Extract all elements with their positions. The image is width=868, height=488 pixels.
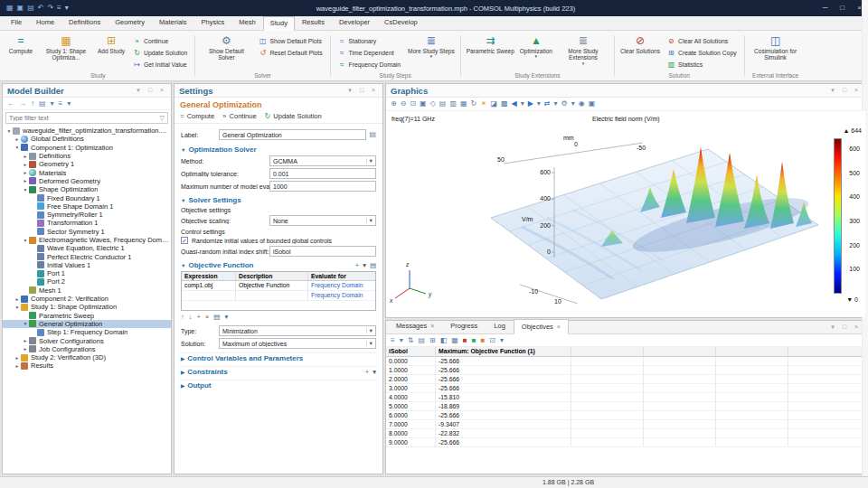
swap-solution-menu-icon[interactable]: ▾ bbox=[554, 98, 558, 110]
settings-continue-button[interactable]: » Continue bbox=[222, 112, 256, 120]
minimize-button[interactable]: ─ bbox=[816, 0, 834, 16]
table-menu-icon[interactable]: ▾ bbox=[224, 313, 228, 321]
fullscreen-table-icon[interactable]: ⊡ bbox=[489, 334, 495, 347]
settings-update-solution-button[interactable]: ↻ Update Solution bbox=[265, 112, 322, 120]
tolerance-field[interactable]: 0.001 bbox=[269, 168, 376, 179]
section-control-variables[interactable]: ▶ Control Variables and Parameters bbox=[181, 352, 376, 362]
tree-expand-icon[interactable]: ▸ bbox=[22, 346, 29, 352]
next-solution-icon[interactable]: ▶ bbox=[528, 98, 533, 110]
table-row[interactable]: comp1.obj Objective Function Frequency D… bbox=[182, 281, 375, 291]
add-objective-icon[interactable]: + bbox=[355, 261, 359, 269]
plot-settings-menu-icon[interactable]: ▾ bbox=[571, 98, 575, 110]
menu-tab[interactable]: File bbox=[4, 15, 29, 30]
tree-item[interactable]: ▸ Component 2: Verification bbox=[3, 295, 171, 303]
close-panel-icon[interactable]: × bbox=[852, 324, 861, 331]
column-header[interactable]: Description bbox=[236, 272, 308, 281]
time-dependent-button[interactable]: ≈ Time Dependent bbox=[334, 47, 405, 59]
tree-item[interactable]: Initial Values 1 bbox=[3, 261, 171, 269]
study1-button[interactable]: ▦ Study 1: Shape Optimiza... bbox=[38, 33, 94, 72]
tree-expand-icon[interactable]: ▾ bbox=[5, 128, 13, 134]
redo-icon[interactable]: ↷ bbox=[47, 0, 53, 16]
index-shift-field[interactable]: iSobol bbox=[269, 246, 376, 257]
tree-item[interactable]: Wave Equation, Electric 1 bbox=[3, 244, 171, 252]
plot-area[interactable]: freq(7)=11 GHz Electric field norm (V/m)… bbox=[386, 111, 865, 317]
filter-funnel-icon[interactable]: ▽ bbox=[157, 115, 167, 122]
quick-menu-icon[interactable]: ≡ bbox=[57, 0, 61, 16]
objective-menu-icon[interactable]: ▾ bbox=[363, 261, 366, 269]
tree-expand-icon[interactable]: ▾ bbox=[22, 321, 29, 326]
tree-expand-icon[interactable]: ▸ bbox=[22, 154, 29, 159]
table-row[interactable]: 3.0000 -25.666 bbox=[386, 384, 865, 393]
float-panel-icon[interactable]: □ bbox=[146, 87, 155, 94]
close-panel-icon[interactable]: × bbox=[852, 87, 861, 94]
view-xy-icon[interactable]: ▤ bbox=[439, 98, 447, 110]
customize-toolbar-icon[interactable]: ▾ bbox=[65, 0, 69, 16]
label-field[interactable]: General Optimization bbox=[219, 129, 366, 140]
table-more-icon[interactable]: ▾ bbox=[500, 334, 504, 347]
row-down-icon[interactable]: ↓ bbox=[189, 313, 193, 321]
zoom-in-icon[interactable]: ⊕ bbox=[391, 98, 397, 110]
menu-tab[interactable]: Definitions bbox=[61, 15, 108, 30]
tree-item[interactable]: Symmetry/Roller 1 bbox=[3, 211, 171, 219]
tree-expand-icon[interactable]: ▾ bbox=[14, 305, 21, 310]
tree-item[interactable]: ▸ Study 2: Verification (3D) bbox=[3, 353, 171, 361]
menu-tab[interactable]: Study bbox=[263, 16, 295, 31]
image-snapshot-icon[interactable]: ◉ bbox=[579, 98, 585, 110]
panel-menu-icon[interactable]: ▾ bbox=[134, 87, 143, 94]
tree-item[interactable]: ▸ Definitions bbox=[3, 152, 171, 160]
collapse-menu-icon[interactable]: ▾ bbox=[51, 98, 54, 110]
cosimulation-button[interactable]: ◫ Cosimulation for Simulink bbox=[748, 33, 804, 72]
column-header[interactable]: Evaluate for bbox=[308, 272, 375, 281]
show-default-solver-button[interactable]: ⚙ Show Default Solver bbox=[198, 33, 254, 72]
plot-settings-icon[interactable]: ⚙ bbox=[561, 98, 568, 110]
table-row[interactable]: 2.0000 -25.666 bbox=[386, 375, 865, 384]
open-icon[interactable]: ▤ bbox=[27, 0, 34, 16]
tree-expand-icon[interactable]: ▸ bbox=[22, 170, 29, 175]
section-output[interactable]: ▶ Output bbox=[181, 380, 376, 389]
previous-solution-menu-icon[interactable]: ▾ bbox=[521, 98, 524, 110]
section-constraints[interactable]: ▶ Constraints + ▾ bbox=[181, 366, 376, 376]
show-default-plots-button[interactable]: ◫ Show Default Plots bbox=[254, 35, 326, 47]
close-tab-icon[interactable]: × bbox=[430, 323, 434, 329]
split-columns-icon[interactable]: ◧ bbox=[440, 334, 448, 347]
print-plot-icon[interactable]: ▣ bbox=[589, 98, 596, 110]
tree-item[interactable]: Perfect Electric Conductor 1 bbox=[3, 252, 171, 260]
forward-icon[interactable]: → bbox=[19, 98, 26, 110]
column-header[interactable]: Maximum: Objective Function (1) bbox=[436, 347, 571, 357]
statistics-button[interactable]: ▥ Statistics bbox=[663, 59, 741, 70]
tree-expand-icon[interactable]: ▸ bbox=[14, 136, 21, 142]
maximize-button[interactable]: □ bbox=[834, 0, 851, 16]
randomize-checkbox[interactable]: ✓ bbox=[181, 237, 188, 244]
next-solution-menu-icon[interactable]: ▾ bbox=[537, 98, 541, 110]
wireframe-icon[interactable]: ▩ bbox=[501, 98, 508, 110]
add-constraint-icon[interactable]: + bbox=[365, 368, 369, 376]
max-evaluations-field[interactable]: 1000 bbox=[269, 181, 376, 192]
tree-item[interactable]: Fixed Boundary 1 bbox=[3, 193, 171, 202]
tree-item[interactable]: ▾ Shape Optimization bbox=[3, 185, 171, 193]
float-panel-icon[interactable]: □ bbox=[840, 87, 849, 94]
table-row[interactable]: 9.0000 -25.666 bbox=[386, 438, 865, 447]
table-format-icon[interactable]: ▤ bbox=[418, 334, 425, 347]
collapse-all-icon[interactable]: ▤ bbox=[39, 98, 46, 110]
table-row[interactable]: 0.0000 -25.666 bbox=[386, 357, 865, 366]
precision-menu-icon[interactable]: ▾ bbox=[400, 334, 403, 347]
stationary-button[interactable]: = Stationary bbox=[334, 35, 405, 47]
table-row[interactable]: 1.0000 -25.666 bbox=[386, 366, 865, 375]
tree-item[interactable]: ▾ Component 1: Optimization bbox=[3, 144, 171, 152]
tree-expand-icon[interactable]: ▸ bbox=[22, 178, 29, 183]
objective-scaling-dropdown[interactable]: None ▼ bbox=[269, 215, 376, 226]
table-row[interactable]: 5.0000 -18.869 bbox=[386, 402, 865, 411]
console-tab[interactable]: Messages × bbox=[388, 319, 442, 333]
tree-menu-icon[interactable]: ▾ bbox=[67, 98, 71, 110]
zoom-box-icon[interactable]: ▣ bbox=[420, 98, 427, 110]
add-study-button[interactable]: ⊞ Add Study bbox=[94, 33, 128, 72]
compute-button[interactable]: = Compute bbox=[4, 33, 38, 72]
save-icon[interactable]: ▣ bbox=[17, 0, 24, 16]
tree-item[interactable]: ▸ Geometry 1 bbox=[3, 160, 171, 168]
column-header[interactable]: Expression bbox=[182, 272, 236, 281]
panel-menu-icon[interactable]: ▾ bbox=[828, 324, 837, 331]
delete-row-icon[interactable]: × bbox=[205, 313, 209, 321]
move-up-icon[interactable]: ↑ bbox=[31, 98, 34, 110]
settings-compute-button[interactable]: = Compute bbox=[180, 112, 214, 120]
menu-tab[interactable]: Geometry bbox=[108, 15, 152, 30]
